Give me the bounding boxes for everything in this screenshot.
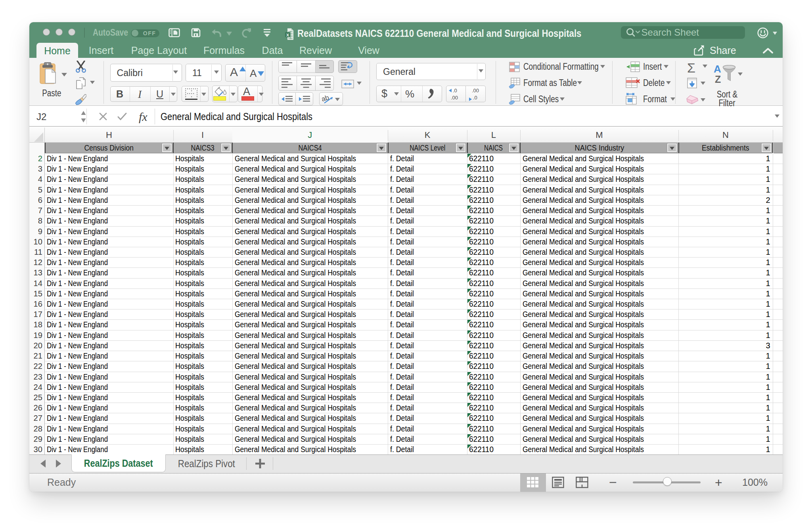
svg-text:.0: .0: [453, 88, 457, 94]
svg-text:.00: .00: [451, 95, 458, 101]
svg-text:.00: .00: [472, 88, 479, 94]
svg-text:x: x: [286, 32, 289, 38]
svg-text:.0: .0: [473, 95, 477, 101]
